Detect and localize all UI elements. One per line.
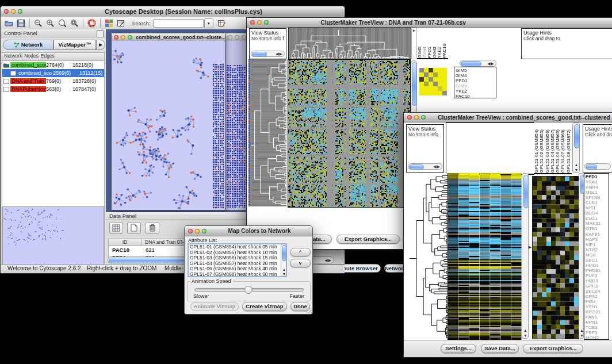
slider-thumb[interactable] xyxy=(244,286,253,294)
vizmapper-icon[interactable] xyxy=(105,19,113,28)
gene-label[interactable]: GIM5 xyxy=(456,68,496,73)
minimize-icon[interactable] xyxy=(414,115,419,120)
gene-label[interactable]: MSL1 xyxy=(586,190,609,195)
tv2-global-heatmap[interactable] xyxy=(532,176,579,339)
matrix-cell[interactable] xyxy=(429,82,433,86)
tv2-button[interactable]: Settings... xyxy=(441,344,476,353)
main-title-bar[interactable]: Cytoscape Desktop (Session Name: collins… xyxy=(1,6,345,17)
move-down-button[interactable]: v xyxy=(290,259,311,267)
tv1-similarity-hscrollbar[interactable]: ◀▶ xyxy=(460,60,496,67)
gene-label[interactable]: MSI1 xyxy=(586,252,609,258)
gene-label[interactable]: PFD1 xyxy=(586,174,609,179)
gene-label[interactable]: HMG1 xyxy=(586,263,609,268)
gene-label[interactable]: BUD4 xyxy=(586,210,609,216)
minimize-icon[interactable] xyxy=(235,35,239,40)
zoom-in-icon[interactable] xyxy=(46,19,55,28)
column-label[interactable]: YKE2 xyxy=(437,47,442,58)
network-list-header[interactable]: NetworkNodesEdges xyxy=(2,53,104,61)
matrix-cell[interactable] xyxy=(424,77,429,82)
gene-label[interactable]: SEC1 xyxy=(586,258,609,263)
tv2-button[interactable]: Save Data... xyxy=(481,344,519,353)
column-label[interactable]: PFD1 xyxy=(427,47,432,58)
zoom-fit-icon[interactable] xyxy=(70,19,79,28)
tv2-title-bar[interactable]: ClusterMaker TreeView : combined_scores_… xyxy=(404,113,612,122)
zoom-selected-icon[interactable] xyxy=(58,19,67,28)
delete-attribute-trash-icon[interactable] xyxy=(146,222,159,234)
zoom-window-icon[interactable] xyxy=(128,35,132,40)
gene-label[interactable]: NIS1 xyxy=(586,205,609,210)
matrix-cell[interactable] xyxy=(419,91,424,95)
matrix-cell[interactable] xyxy=(419,77,424,82)
gene-label[interactable]: NTR2 xyxy=(586,247,609,252)
tab-overflow-arrow[interactable]: ▶ xyxy=(96,40,105,50)
close-icon[interactable] xyxy=(250,20,255,25)
gene-label[interactable]: RNR4 xyxy=(586,185,609,190)
matrix-cell[interactable] xyxy=(438,86,442,91)
matrix-cell[interactable] xyxy=(442,77,447,82)
column-label[interactable]: GPL51-04 (GSM857) xyxy=(550,129,555,173)
matrix-cell[interactable] xyxy=(419,86,424,91)
network-row[interactable]: combined_sco 2569(6) 13112(15) xyxy=(2,69,104,77)
gene-label[interactable]: GIM3 xyxy=(456,83,496,89)
gene-label[interactable]: RPO21 xyxy=(586,309,609,315)
network-view-canvas[interactable] xyxy=(112,41,224,209)
tv2-button[interactable]: Export Graphics... xyxy=(523,344,583,353)
matrix-cell[interactable] xyxy=(438,68,442,72)
gene-label[interactable]: GIM4 xyxy=(456,73,496,78)
tv2-gene-vscrollbar[interactable]: ▲ ▼ xyxy=(579,173,584,339)
gene-label[interactable]: FIG4 xyxy=(586,299,609,304)
annotation-icon[interactable] xyxy=(117,19,125,28)
attribute-list-scrollbar[interactable]: ▲ ▼ xyxy=(281,244,286,277)
close-icon[interactable] xyxy=(188,229,193,233)
matrix-cell[interactable] xyxy=(429,77,433,82)
scrollbar-arrows-icon[interactable]: ◀▶ xyxy=(324,258,332,263)
tv1-status-scrollbar[interactable]: ◀▶ xyxy=(251,51,285,57)
zoom-out-icon[interactable] xyxy=(34,19,43,28)
minimize-icon[interactable] xyxy=(11,9,16,14)
tv2-heatmap-vscrollbar[interactable]: ▲ ▼ xyxy=(522,173,529,339)
minimize-icon[interactable] xyxy=(121,35,125,40)
matrix-cell[interactable] xyxy=(424,82,429,86)
matrix-cell[interactable] xyxy=(438,82,442,86)
network-row[interactable]: combined_scores 2764(0) 16218(0) xyxy=(2,61,104,69)
zoom-window-icon[interactable] xyxy=(264,20,269,25)
tv1-column-dendrogram[interactable] xyxy=(288,28,411,59)
tab-vizmapper[interactable]: VizMapper™ xyxy=(53,40,96,50)
tv1-button[interactable]: Export Graphics... xyxy=(336,235,400,244)
attribute-list-item[interactable]: GPL51-07 (GSM868) heat shock 60 min xyxy=(190,272,286,277)
tv2-splitter[interactable]: ▶ xyxy=(529,245,531,250)
attribute-editor-icon[interactable] xyxy=(217,19,226,28)
matrix-cell[interactable] xyxy=(442,82,447,86)
matrix-cell[interactable] xyxy=(433,72,438,77)
resize-grip[interactable] xyxy=(306,308,312,313)
gene-label[interactable]: ELG1 xyxy=(586,216,609,221)
gene-label[interactable]: CPA2 xyxy=(586,294,609,299)
new-attribute-icon[interactable] xyxy=(127,222,141,234)
window-controls[interactable] xyxy=(4,9,22,14)
tv2-column-dendrogram[interactable] xyxy=(446,122,534,175)
matrix-cell[interactable] xyxy=(442,72,447,77)
matrix-cell[interactable] xyxy=(442,86,447,91)
matrix-cell[interactable] xyxy=(442,68,447,72)
gene-label[interactable]: YSH1 xyxy=(586,304,609,309)
minimize-icon[interactable] xyxy=(257,20,262,25)
close-icon[interactable] xyxy=(114,35,118,40)
gene-label[interactable]: YKE2 xyxy=(456,89,496,94)
create-vizmap-button[interactable]: Create Vizmap xyxy=(242,302,287,311)
matrix-cell[interactable] xyxy=(424,72,429,77)
tv1-row-dendrogram[interactable] xyxy=(248,59,286,206)
tv1-splitter[interactable]: ▶ xyxy=(411,28,417,59)
gene-label[interactable]: RPN1 xyxy=(586,320,609,325)
column-label[interactable]: PAC10 xyxy=(442,44,447,58)
matrix-cell[interactable] xyxy=(419,82,424,86)
gene-label[interactable]: CLN1 xyxy=(586,200,609,205)
float-panel-icon[interactable] xyxy=(97,30,104,37)
zoom-window-icon[interactable] xyxy=(421,115,426,120)
network-row[interactable]: RNAPuberNov2+ 563(0) 107847(0) xyxy=(2,85,104,93)
save-session-icon[interactable] xyxy=(17,19,25,28)
matrix-cell[interactable] xyxy=(424,91,429,95)
matrix-cell[interactable] xyxy=(433,68,438,72)
gene-label[interactable]: PAC10 xyxy=(456,94,496,98)
column-label[interactable]: GPL51-03 (GSM856) xyxy=(545,129,550,173)
matrix-cell[interactable] xyxy=(419,72,424,77)
